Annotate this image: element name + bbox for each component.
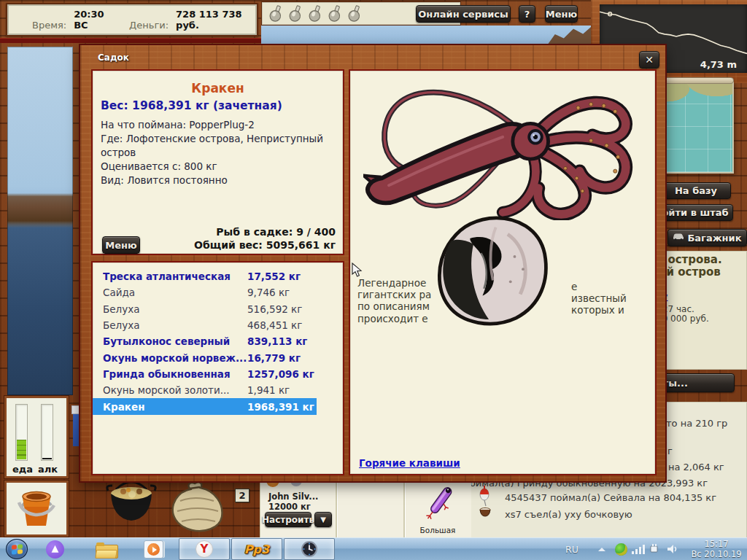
desc-left: Легендарноегигантских рапо описаниямпрои… — [357, 277, 431, 324]
explorer-icon[interactable] — [96, 542, 117, 559]
rod-inventory-bar: John Silv... 12000 кг Настроить ▼ Больша… — [260, 481, 471, 537]
tray-expand-icon[interactable] — [598, 548, 605, 551]
windows-logo-icon — [12, 544, 23, 555]
background-sea-photo — [7, 47, 73, 395]
alice-icon[interactable] — [46, 540, 64, 559]
language-indicator[interactable]: RU — [565, 544, 578, 555]
yandex-icon: Y — [196, 540, 213, 558]
fish-row[interactable]: Сайда9,746 кг — [93, 284, 317, 300]
clock-app-task[interactable] — [284, 538, 335, 560]
detail-line: Вид: Ловится постоянно — [101, 174, 334, 187]
fish-name: Бутылконос северный — [103, 335, 247, 347]
rf3-icon: Рр3 — [244, 542, 269, 556]
configure-button[interactable]: Настроить — [265, 512, 311, 527]
slot-number-badge: 2 — [235, 489, 249, 502]
fish-details: На что поймана: PopperPlug-2Где: Лофотен… — [101, 118, 334, 187]
network-icon[interactable] — [649, 543, 659, 554]
log-line: 4545437 поймал(а) Сейвала на 804,135 кг — [505, 492, 716, 503]
lure-label: Большая — [405, 526, 471, 534]
signal-bars-icon[interactable] — [632, 544, 645, 554]
yandex-browser-task[interactable]: Y — [179, 538, 230, 560]
media-player-icon[interactable] — [144, 540, 163, 559]
time-value: 20:30 ВС — [74, 9, 109, 31]
play-icon — [147, 543, 160, 556]
desc-fragment: по описаниям — [357, 300, 431, 312]
desc-fragment: Легендарное — [357, 277, 431, 289]
help-button[interactable]: ? — [519, 5, 535, 23]
fish-weight-line: Вес: 1968,391 кг (зачетная) — [101, 99, 343, 112]
fish-weight: 9,746 кг — [247, 287, 290, 298]
fish-row[interactable]: Гринда обыкновенная1257,096 кг — [93, 366, 317, 382]
status-gauges-panel: еда алк — [4, 396, 69, 478]
fish-view-panel: Легендарноегигантских рапо описаниямпрои… — [349, 69, 657, 475]
fish-name: Кракен — [103, 401, 247, 413]
money-value: 728 113 738 руб. — [176, 9, 244, 31]
fish-count-line: Рыб в садке: 9 / 400 — [194, 225, 336, 238]
sack-item[interactable] — [166, 479, 230, 533]
fish-row[interactable]: Треска атлантическая17,552 кг — [93, 268, 317, 284]
russian-fishing-task[interactable]: Рр3 — [231, 538, 282, 560]
taskbar: Y Рр3 RU 15:17 Вс 20.10.19 — [0, 537, 747, 560]
mouse-cursor — [352, 262, 363, 278]
map-roll — [661, 77, 734, 84]
fish-name: Белуха — [103, 303, 247, 315]
alcohol-gauge — [41, 404, 53, 461]
location-line-1: е острова. — [657, 254, 747, 266]
cut-item-orange — [266, 481, 279, 487]
rod-weight: 12000 кг — [268, 502, 311, 512]
fish-weight: 1257,096 кг — [247, 368, 314, 380]
enter-hq-button[interactable]: ойти в штаб — [657, 204, 733, 221]
fish-list: Треска атлантическая17,552 кгСайда9,746 … — [91, 261, 344, 475]
desc-fragment: гигантских ра — [357, 289, 431, 300]
lure-item[interactable] — [417, 483, 460, 526]
fish-row[interactable]: Бутылконос северный839,113 кг — [93, 333, 317, 349]
kraken-beak-illustration — [425, 214, 555, 329]
location-line-2: ый остров — [657, 266, 747, 279]
hotkeys-link[interactable]: Горячие клавиши — [359, 457, 460, 469]
dialog-menu-button[interactable]: Меню — [102, 236, 140, 254]
slot-divider — [336, 481, 337, 537]
fish-row[interactable]: Окунь морской норвеж...16,779 кг — [93, 349, 317, 365]
fish-row[interactable]: Белуха468,451 кг — [93, 317, 317, 333]
clock-icon — [301, 540, 318, 558]
fish-info-panel: Кракен Вес: 1968,391 кг (зачетная) На чт… — [91, 69, 344, 255]
antivirus-tray-icon[interactable] — [615, 543, 627, 556]
fish-weight: 17,552 кг — [247, 271, 301, 282]
to-base-button[interactable]: На базу — [661, 182, 731, 199]
fish-row[interactable]: Белуха516,592 кг — [93, 301, 317, 317]
top-menu-button[interactable]: Меню — [545, 5, 578, 23]
cauldron-item[interactable] — [104, 479, 158, 526]
total-weight-line: Общий вес: 5095,661 кг — [194, 238, 336, 252]
loc-small-lines: : 27 час.00 000 руб.9 — [657, 305, 747, 333]
start-button[interactable] — [6, 539, 28, 559]
close-icon[interactable]: ✕ — [639, 51, 659, 69]
map-poster[interactable] — [661, 82, 734, 174]
fish-row[interactable]: Кракен1968,391 кг — [93, 398, 317, 414]
online-services-button[interactable]: Онлайн сервисы — [416, 5, 511, 23]
time-money-bar: Время: 20:30 ВС Деньги: 728 113 738 руб. — [6, 3, 258, 36]
bucket-slot[interactable] — [4, 481, 69, 537]
desc-fragment: е — [571, 281, 627, 292]
trunk-button[interactable]: Багажник — [667, 229, 747, 246]
desc-right: еизвестныйкоторых и — [571, 281, 627, 316]
tray-date-value: Вс 20.10.19 — [689, 550, 744, 560]
depth-value: 4,73 m — [700, 59, 737, 70]
dropdown-button[interactable]: ▼ — [314, 512, 332, 527]
fish-weight: 1,941 кг — [247, 384, 290, 396]
fish-row[interactable]: Окунь морской золоти...1,941 кг — [93, 382, 317, 398]
detail-line: На что поймана: PopperPlug-2 — [101, 118, 334, 132]
detail-line: Оценивается с: 800 кг — [101, 160, 334, 174]
fish-name: Окунь морской золоти... — [103, 384, 247, 396]
tray-time-value: 15:17 — [689, 540, 744, 550]
loc-info-line: 9 — [657, 324, 747, 333]
tray-clock[interactable]: 15:17 Вс 20.10.19 — [689, 540, 744, 559]
log-line: на 2,064 кг — [668, 462, 724, 472]
desc-fragment: происходит е — [357, 313, 431, 324]
speaker-icon[interactable] — [667, 544, 678, 554]
flask-icon — [268, 5, 284, 23]
bucket-icon — [13, 485, 60, 533]
fish-name: Сайда — [103, 287, 247, 298]
loc-info-line: 00 000 руб. — [657, 314, 747, 324]
location-panel: е острова. ый остров ку : 27 час.00 000 … — [654, 251, 747, 370]
food-gauge-label: еда — [12, 464, 33, 475]
